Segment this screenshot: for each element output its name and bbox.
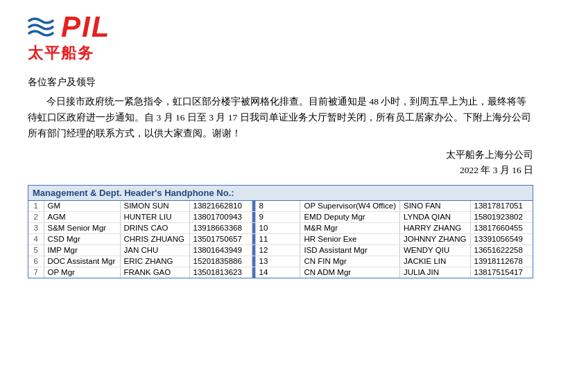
left-title: AGM: [44, 211, 120, 222]
left-title: CSD Mgr: [44, 233, 120, 244]
right-name: JOHNNY ZHANG: [399, 233, 470, 244]
left-phone: 13801700943: [189, 211, 252, 222]
right-name: WENDY QIU: [399, 244, 470, 256]
table-row: 1 GM SIMON SUN 13821662810 8 OP Supervis…: [28, 201, 533, 212]
left-phone: 13801643949: [189, 244, 252, 256]
left-num: 6: [28, 256, 44, 267]
right-title: ISD Assistant Mgr: [300, 244, 400, 256]
table-row: 2 AGM HUNTER LIU 13801700943 9 EMD Deput…: [28, 211, 533, 222]
right-name: JULIA JIN: [399, 267, 470, 278]
right-name: LYNDA QIAN: [399, 211, 470, 222]
right-name: JACKIE LIN: [399, 256, 470, 267]
right-title: HR Senior Exe: [300, 233, 400, 244]
page: PIL 太平船务 各位客户及领导 今日接市政府统一紧急指令，虹口区部分楼宇被网格…: [0, 0, 561, 392]
contact-table: 1 GM SIMON SUN 13821662810 8 OP Supervis…: [28, 201, 533, 278]
signature: 太平船务上海分公司: [28, 149, 533, 161]
right-num: 9: [255, 211, 300, 222]
left-phone: 13821662810: [189, 201, 252, 212]
right-num: 8: [255, 201, 300, 212]
left-name: FRANK GAO: [120, 267, 189, 278]
salutation: 各位客户及领导: [28, 76, 533, 89]
left-title: S&M Senior Mgr: [44, 222, 120, 233]
table-row: 6 DOC Assistant Mgr ERIC ZHANG 152018358…: [28, 256, 533, 267]
right-num: 14: [255, 267, 300, 278]
right-phone: 13391056549: [470, 233, 533, 244]
right-num: 11: [255, 233, 300, 244]
signature-date: 2022 年 3 月 16 日: [28, 164, 533, 177]
table-header: Management & Dept. Header's Handphone No…: [28, 186, 533, 201]
left-num: 4: [28, 233, 44, 244]
right-num: 12: [255, 244, 300, 256]
right-num: 13: [255, 256, 300, 267]
logo-waves-icon: [28, 17, 54, 40]
left-phone: 13501750657: [189, 233, 252, 244]
left-num: 1: [28, 201, 44, 212]
right-title: OP Supervisor(W4 Office): [300, 201, 400, 212]
right-num: 10: [255, 222, 300, 233]
left-name: JAN CHU: [120, 244, 189, 256]
pil-text: PIL: [61, 12, 110, 42]
table-row: 5 IMP Mgr JAN CHU 13801643949 12 ISD Ass…: [28, 244, 533, 256]
table-row: 3 S&M Senior Mgr DRINS CAO 13918663368 1…: [28, 222, 533, 233]
left-phone: 13918663368: [189, 222, 252, 233]
chinese-name: 太平船务: [28, 43, 94, 64]
logo-pil-row: PIL: [28, 12, 110, 42]
body-text: 今日接市政府统一紧急指令，虹口区部分楼宇被网格化排查。目前被通知是 48 小时，…: [28, 94, 533, 142]
left-title: IMP Mgr: [44, 244, 120, 256]
table-row: 7 OP Mgr FRANK GAO 13501813623 14 CN ADM…: [28, 267, 533, 278]
right-phone: 13817817051: [470, 201, 533, 212]
left-name: HUNTER LIU: [120, 211, 189, 222]
right-phone: 13918112678: [470, 256, 533, 267]
left-name: ERIC ZHANG: [120, 256, 189, 267]
right-name: SINO FAN: [399, 201, 470, 212]
right-phone: 15801923802: [470, 211, 533, 222]
left-name: DRINS CAO: [120, 222, 189, 233]
logo-area: PIL 太平船务: [28, 12, 533, 64]
right-title: EMD Deputy Mgr: [300, 211, 400, 222]
left-title: GM: [44, 201, 120, 212]
right-name: HARRY ZHANG: [399, 222, 470, 233]
left-title: DOC Assistant Mgr: [44, 256, 120, 267]
right-title: CN ADM Mgr: [300, 267, 400, 278]
left-num: 2: [28, 211, 44, 222]
right-phone: 13817660455: [470, 222, 533, 233]
right-title: CN FIN Mgr: [300, 256, 400, 267]
left-phone: 15201835886: [189, 256, 252, 267]
right-phone: 13817515417: [470, 267, 533, 278]
left-num: 5: [28, 244, 44, 256]
left-name: SIMON SUN: [120, 201, 189, 212]
left-phone: 13501813623: [189, 267, 252, 278]
right-phone: 13651622258: [470, 244, 533, 256]
left-name: CHRIS ZHUANG: [120, 233, 189, 244]
left-num: 3: [28, 222, 44, 233]
table-row: 4 CSD Mgr CHRIS ZHUANG 13501750657 11 HR…: [28, 233, 533, 244]
left-num: 7: [28, 267, 44, 278]
left-title: OP Mgr: [44, 267, 120, 278]
contact-table-wrapper: Management & Dept. Header's Handphone No…: [28, 185, 533, 278]
right-title: M&R Mgr: [300, 222, 400, 233]
logo-image: PIL 太平船务: [28, 12, 110, 64]
